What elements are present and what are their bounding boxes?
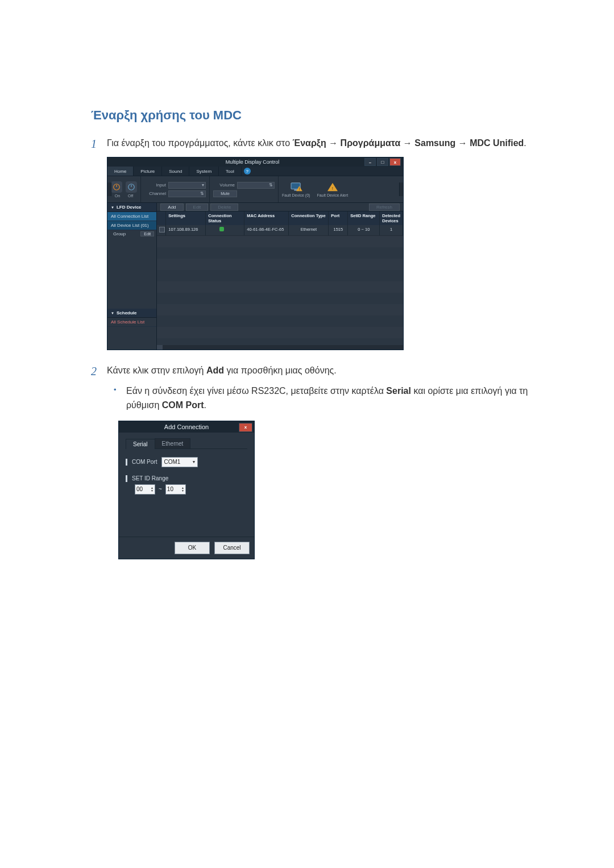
table-header: Settings Connection Status MAC Address C…: [157, 211, 403, 225]
sidebar-schedule[interactable]: ▼Schedule: [107, 309, 156, 318]
content-toolbar: Add Edit Delete Refresh: [157, 203, 403, 211]
stepper-arrows-icon[interactable]: ▲▼: [181, 487, 184, 492]
t: Κάντε κλικ στην επιλογή: [107, 366, 206, 375]
tab-tool[interactable]: Tool: [219, 167, 242, 176]
cell-mac: 40-61-86-4E-FC-65: [244, 225, 289, 235]
power-off-icon[interactable]: [126, 181, 137, 193]
com-port-select[interactable]: COM1 ▼: [161, 457, 198, 467]
fault-zero-label: Fault Device (0): [282, 193, 310, 197]
range-from-stepper[interactable]: 00 ▲▼: [135, 484, 155, 495]
fault-device-icon[interactable]: !: [290, 182, 302, 192]
col-setid-range[interactable]: SetID Range: [348, 211, 380, 225]
ok-button[interactable]: OK: [175, 542, 210, 554]
step-1: 1 Για έναρξη του προγράμματος, κάντε κλι…: [91, 136, 529, 151]
power-on-label: On: [115, 194, 120, 198]
range-to-value: 10: [167, 486, 173, 492]
t: Εάν η σύνδεση έχει γίνει μέσω RS232C, με…: [126, 386, 386, 396]
t: .: [524, 138, 526, 148]
arrow: →: [329, 138, 340, 148]
help-icon[interactable]: ?: [244, 168, 251, 175]
section-heading: Έναρξη χρήσης του MDC: [91, 108, 529, 123]
edit-button[interactable]: Edit: [186, 203, 209, 211]
step-2-text: Κάντε κλικ στην επιλογή Add για προσθήκη…: [107, 364, 337, 378]
tab-serial[interactable]: Serial: [126, 439, 155, 449]
window-title: Multiple Display Control: [140, 159, 364, 165]
mute-button[interactable]: Mute: [213, 190, 237, 197]
stepper-arrows-icon[interactable]: ▲▼: [151, 487, 154, 492]
ribbon-handle-right[interactable]: [399, 182, 403, 196]
caret-down-icon: ▼: [111, 312, 114, 315]
tab-picture[interactable]: Picture: [134, 167, 162, 176]
step-1-text: Για έναρξη του προγράμματος, κάντε κλικ …: [107, 136, 526, 151]
sidebar-all-schedule-list[interactable]: All Schedule List: [107, 318, 156, 327]
bullet-icon: •: [114, 384, 126, 396]
t: για προσθήκη μιας οθόνης.: [224, 366, 337, 375]
table-row[interactable]: 107.108.89.126 40-61-86-4E-FC-65 Etherne…: [157, 225, 403, 236]
kw-samsung: Samsung: [414, 138, 455, 148]
row-checkbox[interactable]: [159, 227, 165, 232]
tab-ethernet[interactable]: Ethernet: [155, 438, 191, 448]
tab-home[interactable]: Home: [107, 167, 134, 176]
close-button[interactable]: x: [389, 158, 401, 166]
fault-alert-icon[interactable]: !: [326, 182, 339, 192]
col-mac[interactable]: MAC Address: [244, 211, 289, 225]
tab-system[interactable]: System: [189, 167, 219, 176]
tilde: ~: [159, 486, 162, 492]
dialog-close-button[interactable]: x: [239, 423, 252, 432]
cell-range: 0 ~ 10: [348, 225, 380, 235]
h-scrollbar[interactable]: [157, 345, 403, 350]
channel-field[interactable]: Channel ⇅: [144, 190, 206, 197]
power-on-icon[interactable]: [111, 181, 122, 193]
add-button[interactable]: Add: [160, 203, 183, 211]
com-port-label: COM Port: [132, 459, 157, 465]
col-detected[interactable]: Detected Devices: [380, 211, 403, 225]
col-conn-type[interactable]: Connection Type: [289, 211, 329, 225]
content-area: Add Edit Delete Refresh Settings Connect…: [157, 203, 403, 350]
kw-com-port: COM Port: [162, 400, 204, 410]
group-edit-button[interactable]: Edit: [140, 231, 154, 236]
col-settings[interactable]: Settings: [166, 211, 206, 225]
minimize-button[interactable]: –: [364, 158, 376, 166]
cell-port: 1515: [329, 225, 348, 235]
mdc-main-window: Multiple Display Control – □ x Home Pict…: [107, 157, 404, 350]
ribbon: On Off Input ▾ Channel ⇅ Volume ⇅: [107, 176, 403, 203]
range-from-value: 00: [136, 486, 143, 492]
refresh-button[interactable]: Refresh: [369, 203, 400, 211]
empty-rows: [157, 236, 403, 345]
t: LFD Device: [117, 205, 142, 210]
com-port-row: COM Port COM1 ▼: [126, 457, 247, 467]
tab-sound[interactable]: Sound: [162, 167, 189, 176]
dialog-title: Add Connection: [164, 423, 209, 430]
sidebar-lfd-device[interactable]: ▼LFD Device: [107, 203, 156, 212]
kw-start: Έναρξη: [293, 138, 326, 148]
sidebar-all-device-list[interactable]: All Device List (01): [107, 221, 156, 230]
kw-mdc-unified: MDC Unified: [470, 138, 524, 148]
volume-label: Volume: [213, 182, 235, 188]
scrollbar-thumb[interactable]: [157, 345, 163, 350]
caret-down-icon: ▼: [192, 460, 196, 464]
setid-range-label: SET ID Range: [132, 475, 168, 481]
range-to-stepper[interactable]: 10 ▲▼: [165, 484, 186, 495]
arrow: →: [403, 138, 414, 148]
sidebar-group[interactable]: Group Edit: [107, 230, 156, 238]
dialog-titlebar: Add Connection x: [119, 421, 254, 433]
setid-range-inputs: 00 ▲▼ ~ 10 ▲▼: [135, 484, 247, 495]
cancel-button[interactable]: Cancel: [214, 542, 250, 554]
col-status[interactable]: Connection Status: [206, 211, 244, 225]
t: Schedule: [117, 310, 137, 315]
group-label: Group: [113, 231, 126, 236]
col-port[interactable]: Port: [329, 211, 348, 225]
ribbon-handle-left[interactable]: [107, 182, 111, 196]
input-field[interactable]: Input ▾: [144, 182, 206, 189]
sidebar-all-connection-list[interactable]: All Connection List: [107, 212, 156, 221]
delete-button[interactable]: Delete: [210, 203, 238, 211]
cell-settings: 107.108.89.126: [166, 225, 206, 235]
maximize-button[interactable]: □: [377, 158, 388, 166]
kw-serial: Serial: [386, 386, 411, 396]
fault-alert-label: Fault Device Alert: [317, 193, 348, 197]
input-label: Input: [144, 182, 166, 188]
channel-label: Channel: [144, 191, 166, 196]
add-connection-dialog: Add Connection x Serial Ethernet COM Por…: [118, 421, 255, 559]
power-off-label: Off: [128, 194, 133, 198]
volume-field[interactable]: Volume ⇅: [213, 182, 275, 189]
